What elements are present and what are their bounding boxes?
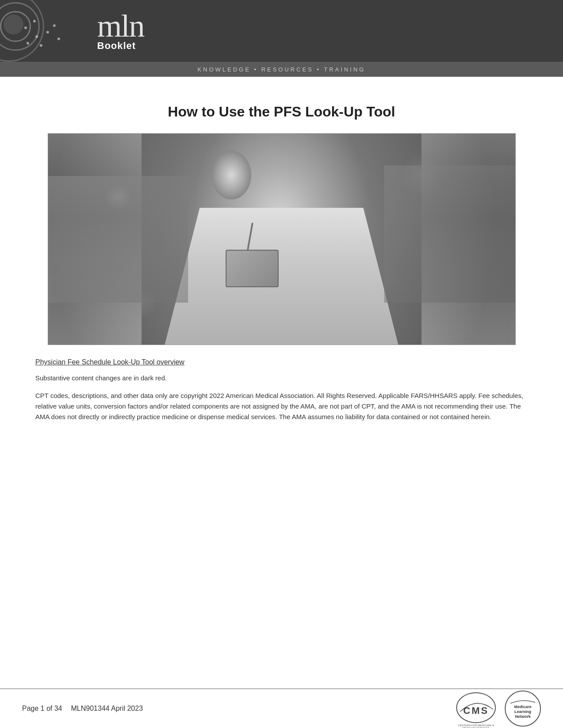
changes-note: Substantive content changes are in dark … [35, 373, 528, 383]
mln-footer-logo: Medicare Learning Network [505, 690, 541, 727]
deco-circle-inner [4, 15, 23, 34]
mln-footer-line3: Network [515, 714, 531, 719]
mln-footer-line1: Medicare [514, 705, 531, 709]
photo-bg-left [48, 176, 188, 303]
header-decoration [0, 0, 88, 62]
photo-head [212, 151, 251, 199]
deco-dot-2 [33, 20, 36, 23]
pfs-overview-link[interactable]: Physician Fee Schedule Look-Up Tool over… [35, 358, 528, 366]
deco-dot-7 [53, 24, 56, 27]
mln-footer-line2: Learning [514, 709, 531, 714]
copyright-text: CPT codes, descriptions, and other data … [35, 390, 528, 422]
mln-logo-text: mln [97, 10, 563, 42]
page-header: mln Booklet [0, 0, 563, 62]
deco-dot-6 [46, 31, 49, 34]
main-content: How to Use the PFS Look-Up Tool Physicia… [0, 77, 563, 473]
hero-photo-bg [48, 134, 515, 345]
tagline-bar: KNOWLEDGE • RESOURCES • TRAINING [0, 62, 563, 77]
cms-logo-container: CMS CENTERS FOR MEDICARE & MEDICAID SERV… [456, 692, 496, 725]
document-id: MLN901344 April 2023 [71, 705, 456, 713]
header-brand: mln Booklet [88, 0, 563, 62]
deco-dot-1 [24, 26, 27, 29]
deco-dot-8 [57, 38, 60, 40]
page-number: Page 1 of 34 [22, 705, 62, 713]
cms-subtitle: CENTERS FOR MEDICARE & MEDICAID SERVICES [456, 724, 496, 728]
mln-swoosh [510, 698, 536, 705]
deco-dot-4 [26, 42, 29, 45]
deco-dot-3 [35, 35, 38, 38]
photo-body [165, 208, 398, 345]
cms-oval: CMS [456, 692, 496, 723]
page-footer: Page 1 of 34 MLN901344 April 2023 CMS CE… [0, 688, 563, 728]
tagline-text: KNOWLEDGE • RESOURCES • TRAINING [197, 66, 365, 73]
page-title: How to Use the PFS Look-Up Tool [35, 103, 528, 120]
cms-logo: CMS CENTERS FOR MEDICARE & MEDICAID SERV… [456, 692, 496, 725]
booklet-label: Booklet [97, 40, 563, 52]
cms-text: CMS [463, 705, 489, 717]
footer-logos: CMS CENTERS FOR MEDICARE & MEDICAID SERV… [456, 690, 541, 727]
photo-bg-right [384, 165, 515, 303]
hero-image [48, 133, 516, 345]
photo-tablet [226, 250, 279, 287]
deco-dot-5 [40, 44, 42, 47]
